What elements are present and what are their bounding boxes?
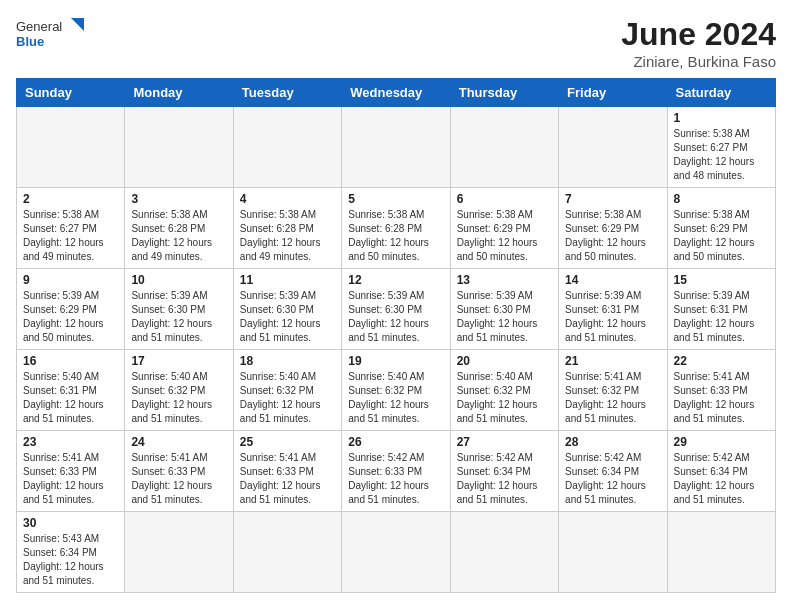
header-tuesday: Tuesday xyxy=(233,79,341,107)
calendar-day-cell: 15Sunrise: 5:39 AM Sunset: 6:31 PM Dayli… xyxy=(667,269,775,350)
day-number: 14 xyxy=(565,273,660,287)
day-info: Sunrise: 5:40 AM Sunset: 6:32 PM Dayligh… xyxy=(457,370,552,426)
day-info: Sunrise: 5:41 AM Sunset: 6:33 PM Dayligh… xyxy=(131,451,226,507)
header: General Blue June 2024 Ziniare, Burkina … xyxy=(16,16,776,70)
header-monday: Monday xyxy=(125,79,233,107)
header-sunday: Sunday xyxy=(17,79,125,107)
day-info: Sunrise: 5:38 AM Sunset: 6:27 PM Dayligh… xyxy=(23,208,118,264)
calendar-day-cell xyxy=(342,512,450,593)
header-saturday: Saturday xyxy=(667,79,775,107)
calendar-day-cell: 4Sunrise: 5:38 AM Sunset: 6:28 PM Daylig… xyxy=(233,188,341,269)
calendar-day-cell: 22Sunrise: 5:41 AM Sunset: 6:33 PM Dayli… xyxy=(667,350,775,431)
calendar-day-cell xyxy=(125,512,233,593)
calendar-day-cell: 30Sunrise: 5:43 AM Sunset: 6:34 PM Dayli… xyxy=(17,512,125,593)
calendar-day-cell: 12Sunrise: 5:39 AM Sunset: 6:30 PM Dayli… xyxy=(342,269,450,350)
day-info: Sunrise: 5:38 AM Sunset: 6:29 PM Dayligh… xyxy=(457,208,552,264)
calendar-day-cell xyxy=(667,512,775,593)
day-number: 4 xyxy=(240,192,335,206)
calendar-week-row: 1Sunrise: 5:38 AM Sunset: 6:27 PM Daylig… xyxy=(17,107,776,188)
calendar-day-cell xyxy=(342,107,450,188)
day-number: 6 xyxy=(457,192,552,206)
day-info: Sunrise: 5:39 AM Sunset: 6:31 PM Dayligh… xyxy=(565,289,660,345)
calendar-day-cell xyxy=(450,512,558,593)
day-number: 27 xyxy=(457,435,552,449)
calendar-day-cell: 20Sunrise: 5:40 AM Sunset: 6:32 PM Dayli… xyxy=(450,350,558,431)
calendar-day-cell: 24Sunrise: 5:41 AM Sunset: 6:33 PM Dayli… xyxy=(125,431,233,512)
calendar-day-cell: 11Sunrise: 5:39 AM Sunset: 6:30 PM Dayli… xyxy=(233,269,341,350)
day-info: Sunrise: 5:43 AM Sunset: 6:34 PM Dayligh… xyxy=(23,532,118,588)
day-number: 24 xyxy=(131,435,226,449)
calendar-day-cell: 14Sunrise: 5:39 AM Sunset: 6:31 PM Dayli… xyxy=(559,269,667,350)
header-friday: Friday xyxy=(559,79,667,107)
calendar-day-cell: 25Sunrise: 5:41 AM Sunset: 6:33 PM Dayli… xyxy=(233,431,341,512)
calendar-day-cell: 26Sunrise: 5:42 AM Sunset: 6:33 PM Dayli… xyxy=(342,431,450,512)
calendar-week-row: 2Sunrise: 5:38 AM Sunset: 6:27 PM Daylig… xyxy=(17,188,776,269)
svg-text:General: General xyxy=(16,19,62,34)
day-number: 7 xyxy=(565,192,660,206)
day-number: 9 xyxy=(23,273,118,287)
logo-svg: General Blue xyxy=(16,16,86,54)
calendar-day-cell: 19Sunrise: 5:40 AM Sunset: 6:32 PM Dayli… xyxy=(342,350,450,431)
calendar-day-cell: 27Sunrise: 5:42 AM Sunset: 6:34 PM Dayli… xyxy=(450,431,558,512)
day-number: 22 xyxy=(674,354,769,368)
calendar-day-cell: 9Sunrise: 5:39 AM Sunset: 6:29 PM Daylig… xyxy=(17,269,125,350)
calendar-day-cell: 13Sunrise: 5:39 AM Sunset: 6:30 PM Dayli… xyxy=(450,269,558,350)
day-number: 12 xyxy=(348,273,443,287)
day-number: 19 xyxy=(348,354,443,368)
calendar-day-cell: 1Sunrise: 5:38 AM Sunset: 6:27 PM Daylig… xyxy=(667,107,775,188)
day-info: Sunrise: 5:38 AM Sunset: 6:28 PM Dayligh… xyxy=(240,208,335,264)
day-number: 5 xyxy=(348,192,443,206)
day-info: Sunrise: 5:39 AM Sunset: 6:30 PM Dayligh… xyxy=(131,289,226,345)
day-info: Sunrise: 5:42 AM Sunset: 6:34 PM Dayligh… xyxy=(565,451,660,507)
day-info: Sunrise: 5:39 AM Sunset: 6:30 PM Dayligh… xyxy=(240,289,335,345)
day-info: Sunrise: 5:39 AM Sunset: 6:30 PM Dayligh… xyxy=(457,289,552,345)
calendar-day-cell: 10Sunrise: 5:39 AM Sunset: 6:30 PM Dayli… xyxy=(125,269,233,350)
day-number: 18 xyxy=(240,354,335,368)
day-number: 25 xyxy=(240,435,335,449)
day-info: Sunrise: 5:41 AM Sunset: 6:33 PM Dayligh… xyxy=(240,451,335,507)
calendar-day-cell: 5Sunrise: 5:38 AM Sunset: 6:28 PM Daylig… xyxy=(342,188,450,269)
day-number: 26 xyxy=(348,435,443,449)
day-info: Sunrise: 5:39 AM Sunset: 6:31 PM Dayligh… xyxy=(674,289,769,345)
day-info: Sunrise: 5:38 AM Sunset: 6:29 PM Dayligh… xyxy=(565,208,660,264)
day-number: 2 xyxy=(23,192,118,206)
calendar-day-cell: 16Sunrise: 5:40 AM Sunset: 6:31 PM Dayli… xyxy=(17,350,125,431)
svg-marker-2 xyxy=(71,18,84,31)
calendar-subtitle: Ziniare, Burkina Faso xyxy=(621,53,776,70)
calendar-day-cell: 23Sunrise: 5:41 AM Sunset: 6:33 PM Dayli… xyxy=(17,431,125,512)
calendar-week-row: 16Sunrise: 5:40 AM Sunset: 6:31 PM Dayli… xyxy=(17,350,776,431)
calendar-day-cell: 7Sunrise: 5:38 AM Sunset: 6:29 PM Daylig… xyxy=(559,188,667,269)
calendar-day-cell xyxy=(233,107,341,188)
weekday-header-row: Sunday Monday Tuesday Wednesday Thursday… xyxy=(17,79,776,107)
svg-text:Blue: Blue xyxy=(16,34,44,49)
day-number: 3 xyxy=(131,192,226,206)
calendar-day-cell: 2Sunrise: 5:38 AM Sunset: 6:27 PM Daylig… xyxy=(17,188,125,269)
title-area: June 2024 Ziniare, Burkina Faso xyxy=(621,16,776,70)
day-info: Sunrise: 5:41 AM Sunset: 6:33 PM Dayligh… xyxy=(23,451,118,507)
calendar-day-cell: 21Sunrise: 5:41 AM Sunset: 6:32 PM Dayli… xyxy=(559,350,667,431)
day-info: Sunrise: 5:41 AM Sunset: 6:33 PM Dayligh… xyxy=(674,370,769,426)
day-number: 15 xyxy=(674,273,769,287)
day-info: Sunrise: 5:41 AM Sunset: 6:32 PM Dayligh… xyxy=(565,370,660,426)
calendar-table: Sunday Monday Tuesday Wednesday Thursday… xyxy=(16,78,776,593)
day-number: 30 xyxy=(23,516,118,530)
logo: General Blue xyxy=(16,16,86,54)
calendar-day-cell: 8Sunrise: 5:38 AM Sunset: 6:29 PM Daylig… xyxy=(667,188,775,269)
day-info: Sunrise: 5:39 AM Sunset: 6:29 PM Dayligh… xyxy=(23,289,118,345)
day-number: 13 xyxy=(457,273,552,287)
calendar-day-cell xyxy=(450,107,558,188)
calendar-day-cell: 17Sunrise: 5:40 AM Sunset: 6:32 PM Dayli… xyxy=(125,350,233,431)
day-info: Sunrise: 5:38 AM Sunset: 6:27 PM Dayligh… xyxy=(674,127,769,183)
day-number: 17 xyxy=(131,354,226,368)
calendar-week-row: 30Sunrise: 5:43 AM Sunset: 6:34 PM Dayli… xyxy=(17,512,776,593)
day-number: 23 xyxy=(23,435,118,449)
calendar-day-cell xyxy=(559,107,667,188)
day-info: Sunrise: 5:38 AM Sunset: 6:29 PM Dayligh… xyxy=(674,208,769,264)
day-number: 16 xyxy=(23,354,118,368)
day-number: 10 xyxy=(131,273,226,287)
calendar-day-cell: 6Sunrise: 5:38 AM Sunset: 6:29 PM Daylig… xyxy=(450,188,558,269)
calendar-week-row: 9Sunrise: 5:39 AM Sunset: 6:29 PM Daylig… xyxy=(17,269,776,350)
header-wednesday: Wednesday xyxy=(342,79,450,107)
day-number: 28 xyxy=(565,435,660,449)
day-info: Sunrise: 5:42 AM Sunset: 6:33 PM Dayligh… xyxy=(348,451,443,507)
